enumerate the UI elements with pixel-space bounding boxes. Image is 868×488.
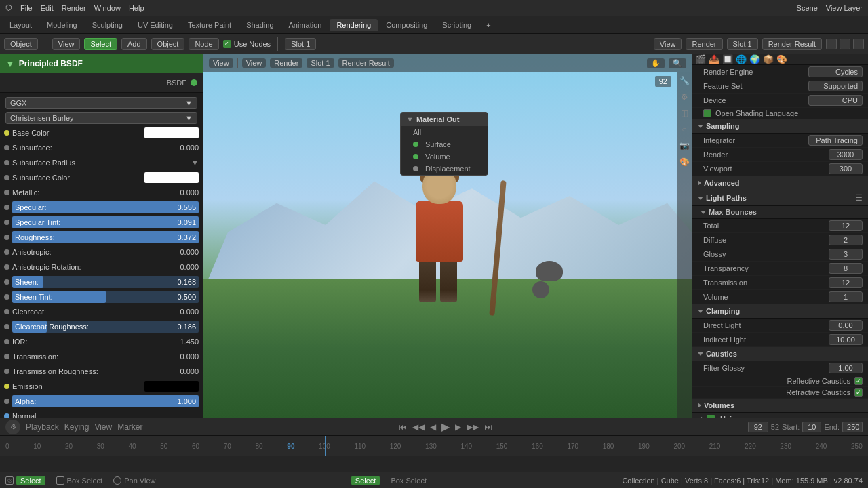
max-bounces-header[interactable]: Max Bounces: [692, 206, 868, 219]
tab-layout[interactable]: Layout: [3, 19, 39, 31]
subsurface-value[interactable]: 0.000: [172, 144, 199, 152]
param-alpha[interactable]: Alpha: 1.000: [0, 394, 203, 409]
timeline-ruler[interactable]: 0 10 20 30 40 50 60 70 80 90 100 110 120…: [0, 436, 868, 456]
render-properties-icon[interactable]: 🎬: [695, 54, 706, 64]
param-sheen[interactable]: Sheen: 0.168: [0, 274, 203, 289]
param-specular-tint[interactable]: Specular Tint: 0.091: [0, 215, 203, 230]
viewport-samples-value[interactable]: 300: [829, 163, 863, 174]
refractive-caustics-checkbox[interactable]: ✓: [854, 388, 863, 396]
mode-dropdown[interactable]: Object: [4, 38, 38, 50]
indirect-light-value[interactable]: 10.00: [829, 334, 863, 345]
viewport-shading-icon[interactable]: ○: [678, 123, 690, 136]
vp-icon-zoom[interactable]: 🔍: [669, 58, 686, 68]
transmission-value[interactable]: 0.000: [172, 352, 199, 361]
param-clearcoat-roughness[interactable]: Clearcoat Roughness: 0.186: [0, 319, 203, 334]
roughness-slider[interactable]: Roughness: 0.372: [12, 231, 199, 243]
step-back-btn[interactable]: ◀◀: [412, 422, 425, 432]
metallic-value[interactable]: 0.000: [172, 188, 199, 197]
clearcoat-roughness-slider[interactable]: Clearcoat Roughness: 0.186: [12, 321, 199, 333]
feature-set-value[interactable]: Supported: [808, 81, 863, 92]
timeline-settings-icon[interactable]: ⚙: [5, 420, 20, 434]
tab-animation[interactable]: Animation: [282, 19, 329, 31]
caustics-section-header[interactable]: Caustics: [692, 347, 868, 361]
vp-slot-btn[interactable]: Slot 1: [307, 58, 334, 68]
clamping-section-header[interactable]: Clamping: [692, 304, 868, 319]
tools-icon[interactable]: 🔧: [678, 75, 690, 87]
render-icon-2[interactable]: [840, 39, 850, 49]
clearcoat-value[interactable]: 0.000: [172, 308, 199, 316]
shader-expand-icon[interactable]: ▼: [5, 58, 15, 69]
output-properties-icon[interactable]: 📤: [709, 54, 719, 64]
vp-view2-btn[interactable]: View: [242, 58, 267, 68]
view2-menu[interactable]: View: [654, 38, 682, 50]
tab-sculpting[interactable]: Sculpting: [85, 19, 130, 31]
param-roughness[interactable]: Roughness: 0.372: [0, 230, 203, 245]
light-paths-section-header[interactable]: Light Paths ☰: [692, 190, 868, 206]
reflective-caustics-checkbox[interactable]: ✓: [854, 377, 863, 385]
play-btn[interactable]: ▶: [441, 420, 450, 433]
ior-value[interactable]: 1.450: [172, 338, 199, 346]
camera-view-icon[interactable]: 📷: [678, 140, 690, 152]
box-select2-label[interactable]: Box Select: [391, 476, 427, 485]
render-samples-value[interactable]: 3000: [829, 149, 863, 160]
menu-help[interactable]: Help: [129, 4, 144, 12]
vp-icon-hand[interactable]: ✋: [647, 58, 665, 68]
view-layer-icon[interactable]: 🔲: [722, 54, 733, 64]
total-value[interactable]: 12: [829, 220, 863, 231]
render-menu[interactable]: Render: [686, 38, 722, 50]
tab-shading[interactable]: Shading: [239, 19, 280, 31]
distribution-dropdown[interactable]: GGX ▼: [5, 97, 197, 109]
select-menu[interactable]: Select: [84, 38, 117, 50]
sheen-slider[interactable]: Sheen: 0.168: [12, 276, 199, 288]
jump-end-btn[interactable]: ⏭: [484, 422, 492, 432]
menu-edit[interactable]: Edit: [41, 4, 54, 12]
slot2-dropdown[interactable]: Slot 1: [727, 38, 758, 50]
box-select-label[interactable]: Box Select: [67, 476, 103, 485]
playback-menu[interactable]: Playback: [26, 422, 59, 432]
vp-render-btn[interactable]: Render: [270, 58, 302, 68]
volume-value[interactable]: 1: [829, 291, 863, 302]
end-frame-input[interactable]: 250: [842, 422, 863, 432]
vp-render-result-btn[interactable]: Render Result: [338, 58, 394, 68]
tab-compositing[interactable]: Compositing: [379, 19, 434, 31]
tab-texture-paint[interactable]: Texture Paint: [181, 19, 238, 31]
step-forward-btn[interactable]: ▶▶: [467, 422, 479, 432]
menu-window[interactable]: Window: [94, 4, 121, 12]
filter-glossy-value[interactable]: 1.00: [829, 363, 863, 373]
device-value[interactable]: CPU: [808, 95, 863, 106]
diffuse-value[interactable]: 2: [829, 235, 863, 245]
advanced-section-header[interactable]: Advanced: [692, 176, 868, 190]
subsurface-color-swatch[interactable]: [144, 172, 199, 183]
select2-button[interactable]: Select: [351, 476, 380, 485]
menu-file[interactable]: File: [20, 4, 33, 12]
glossy-value[interactable]: 3: [829, 249, 863, 260]
render-icon-3[interactable]: [853, 39, 864, 49]
slot-dropdown[interactable]: Slot 1: [285, 38, 316, 50]
volumes-section-header[interactable]: Volumes: [692, 399, 868, 413]
jump-start-btn[interactable]: ⏮: [399, 422, 407, 432]
viewport[interactable]: View View Render Slot 1 Render Result ✋ …: [203, 54, 692, 418]
render-icon[interactable]: 🎨: [678, 156, 690, 168]
world-properties-icon[interactable]: 🌍: [749, 54, 760, 64]
keying-menu[interactable]: Keying: [64, 422, 90, 432]
render-icon-1[interactable]: [826, 39, 837, 49]
current-frame-display[interactable]: 92: [748, 422, 768, 432]
specular-slider[interactable]: Specular: 0.555: [12, 201, 199, 214]
tab-add[interactable]: +: [479, 19, 497, 31]
direct-light-value[interactable]: 0.00: [829, 320, 863, 331]
node-menu[interactable]: Node: [189, 38, 218, 50]
sampling-section-header[interactable]: Sampling: [692, 119, 868, 134]
prev-keyframe-btn[interactable]: ◀: [430, 422, 436, 432]
material-properties-icon[interactable]: 🎨: [776, 54, 787, 64]
tab-modeling[interactable]: Modeling: [40, 19, 84, 31]
tab-uv-editing[interactable]: UV Editing: [131, 19, 180, 31]
use-nodes-checkbox[interactable]: ✓: [223, 40, 231, 48]
transmission-roughness-value[interactable]: 0.000: [172, 367, 199, 375]
menu-render[interactable]: Render: [62, 4, 86, 12]
tab-scripting[interactable]: Scripting: [435, 19, 478, 31]
alpha-slider[interactable]: Alpha: 1.000: [12, 395, 199, 407]
marker-menu[interactable]: Marker: [117, 422, 142, 432]
overlay-icon[interactable]: ◫: [678, 107, 690, 119]
specular-tint-slider[interactable]: Specular Tint: 0.091: [12, 216, 199, 228]
object-menu[interactable]: Object: [151, 38, 185, 50]
